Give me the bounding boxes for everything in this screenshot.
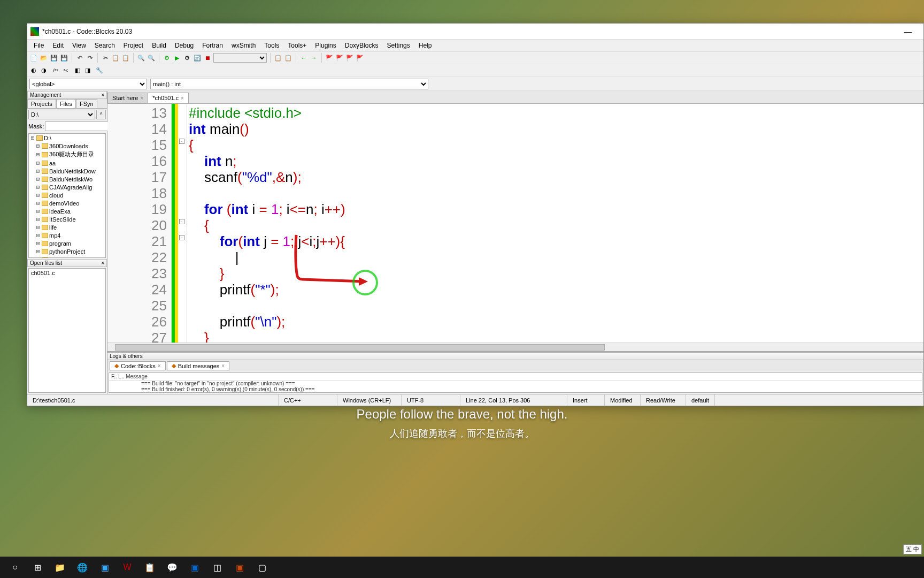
- bookmark1-icon[interactable]: 🚩: [325, 54, 334, 62]
- menu-tools[interactable]: Tools: [260, 41, 283, 50]
- management-close-icon[interactable]: ×: [101, 92, 104, 98]
- tree-item[interactable]: ⊞ItSecSlide: [29, 215, 105, 223]
- open-files-list[interactable]: ch0501.c: [28, 268, 106, 393]
- bookmark3-icon[interactable]: 🚩: [345, 54, 354, 62]
- save-all-icon[interactable]: 💾: [60, 54, 68, 62]
- close-tab-icon[interactable]: ×: [140, 95, 143, 101]
- editor-tab[interactable]: Start here×: [107, 93, 148, 103]
- ime-indicator[interactable]: 五 中: [903, 544, 922, 554]
- mgmt-tab-fsyn[interactable]: FSyn: [76, 99, 97, 108]
- open-file-item[interactable]: ch0501.c: [29, 269, 105, 277]
- tree-item[interactable]: ⊞aa: [29, 159, 105, 167]
- tree-item[interactable]: ⊞mp4: [29, 231, 105, 239]
- tree-item[interactable]: ⊞pythonProject1: [29, 255, 105, 258]
- fold-box-icon[interactable]: -: [179, 219, 184, 224]
- tree-item[interactable]: ⊞360Downloads: [29, 142, 105, 150]
- menu-wxsmith[interactable]: wxSmith: [227, 41, 260, 50]
- minimize-button[interactable]: —: [896, 24, 920, 39]
- debug-icon2[interactable]: 📋: [284, 54, 292, 62]
- tree-item[interactable]: ⊞BaiduNetdiskWo: [29, 175, 105, 183]
- chrome-icon[interactable]: 🌐: [72, 557, 93, 578]
- find-icon[interactable]: 🔍: [137, 54, 145, 62]
- tree-item[interactable]: ⊞CJAVAgradeAlig: [29, 183, 105, 191]
- app-icon[interactable]: ▣: [229, 557, 250, 578]
- codeblocks-taskbar-icon[interactable]: ◫: [206, 557, 228, 578]
- open-file-icon[interactable]: 📂: [40, 54, 48, 62]
- close-tab-icon[interactable]: ×: [181, 95, 184, 101]
- tree-item[interactable]: ⊞D:\: [29, 134, 105, 142]
- menu-debug[interactable]: Debug: [171, 41, 198, 50]
- app-icon[interactable]: ▢: [251, 557, 273, 578]
- build-target-select[interactable]: [213, 53, 267, 63]
- tree-item[interactable]: ⊞demoVIdeo: [29, 199, 105, 207]
- titlebar[interactable]: *ch0501.c - Code::Blocks 20.03 —: [27, 24, 923, 40]
- logs-body[interactable]: F.. L.. Message === Build file: "no targ…: [109, 372, 922, 393]
- tree-item[interactable]: ⊞life: [29, 223, 105, 231]
- save-icon[interactable]: 💾: [50, 54, 58, 62]
- bookmark4-icon[interactable]: 🚩: [356, 54, 364, 62]
- wrench-icon[interactable]: 🔧: [95, 66, 104, 75]
- mgmt-tab-files[interactable]: Files: [56, 99, 76, 108]
- fold-box-icon[interactable]: -: [179, 139, 184, 144]
- menu-fortran[interactable]: Fortran: [198, 41, 227, 50]
- menu-search[interactable]: Search: [90, 41, 119, 50]
- app-icon[interactable]: 📋: [139, 557, 160, 578]
- scope-left-select[interactable]: <global>: [29, 79, 147, 89]
- menu-edit[interactable]: Edit: [48, 41, 68, 50]
- build-icon[interactable]: ⚙: [163, 54, 171, 62]
- menu-project[interactable]: Project: [119, 41, 148, 50]
- code-editor[interactable]: 131415161718192021222324252627 - - - #in…: [107, 104, 923, 343]
- rebuild-icon[interactable]: 🔄: [193, 54, 202, 62]
- menu-settings[interactable]: Settings: [382, 41, 414, 50]
- new-file-icon[interactable]: 📄: [29, 54, 38, 62]
- taskbar[interactable]: ○ ⊞ 📁 🌐 ▣ W 📋 💬 ▣ ◫ ▣ ▢: [0, 557, 924, 578]
- log-tab[interactable]: ◆Build messages×: [167, 361, 230, 370]
- debug-icon[interactable]: 📋: [274, 54, 282, 62]
- editor-tab[interactable]: *ch0501.c×: [148, 93, 189, 103]
- nav-back-icon[interactable]: ←: [299, 54, 308, 62]
- comment-block-icon[interactable]: /**: [51, 66, 60, 75]
- wps-icon[interactable]: W: [117, 557, 138, 578]
- cut-icon[interactable]: ✂: [101, 54, 110, 62]
- abort-icon[interactable]: ⏹: [203, 54, 212, 62]
- paste-icon[interactable]: 📋: [121, 54, 130, 62]
- drive-select[interactable]: D:\: [28, 110, 95, 119]
- menu-file[interactable]: File: [29, 41, 48, 50]
- doxy3-icon[interactable]: ◧: [73, 66, 82, 75]
- replace-icon[interactable]: 🔍: [147, 54, 156, 62]
- menu-doxyblocks[interactable]: DoxyBlocks: [341, 41, 383, 50]
- up-dir-button[interactable]: ^: [96, 110, 106, 119]
- copy-icon[interactable]: 📋: [111, 54, 120, 62]
- undo-icon[interactable]: ↶: [75, 54, 84, 62]
- build-run-icon[interactable]: ⚙: [183, 54, 191, 62]
- task-view-icon[interactable]: ⊞: [27, 557, 48, 578]
- mgmt-tab-projects[interactable]: Projects: [27, 99, 56, 108]
- menu-build[interactable]: Build: [148, 41, 171, 50]
- tree-item[interactable]: ⊞BaiduNetdiskDow: [29, 167, 105, 175]
- code-text[interactable]: #include <stdio.h>int main(){ int n; sca…: [187, 104, 923, 343]
- app-icon[interactable]: 💬: [161, 557, 183, 578]
- tree-item[interactable]: ⊞program: [29, 239, 105, 247]
- menu-tools+[interactable]: Tools+: [283, 41, 311, 50]
- app-icon[interactable]: ▣: [94, 557, 116, 578]
- menu-help[interactable]: Help: [414, 41, 436, 50]
- menu-plugins[interactable]: Plugins: [311, 41, 340, 50]
- redo-icon[interactable]: ↷: [86, 54, 94, 62]
- comment-line-icon[interactable]: *<: [61, 66, 70, 75]
- app-icon[interactable]: ▣: [184, 557, 205, 578]
- menu-view[interactable]: View: [68, 41, 90, 50]
- run-icon[interactable]: ▶: [173, 54, 181, 62]
- tree-item[interactable]: ⊞360驱动大师目录: [29, 150, 105, 159]
- tree-item[interactable]: ⊞cloud: [29, 191, 105, 199]
- doxy1-icon[interactable]: ◐: [29, 66, 38, 75]
- log-tab[interactable]: ◆Code::Blocks×: [110, 361, 166, 370]
- file-explorer-icon[interactable]: 📁: [49, 557, 71, 578]
- tree-item[interactable]: ⊞pythonProject: [29, 247, 105, 255]
- start-button[interactable]: ○: [4, 557, 26, 578]
- open-files-close-icon[interactable]: ×: [101, 260, 104, 266]
- bookmark2-icon[interactable]: 🚩: [335, 54, 344, 62]
- doxy2-icon[interactable]: ◑: [40, 66, 48, 75]
- tree-item[interactable]: ⊞ideaExa: [29, 207, 105, 215]
- scope-right-select[interactable]: main() : int: [150, 79, 428, 89]
- fold-box-icon[interactable]: -: [179, 235, 184, 240]
